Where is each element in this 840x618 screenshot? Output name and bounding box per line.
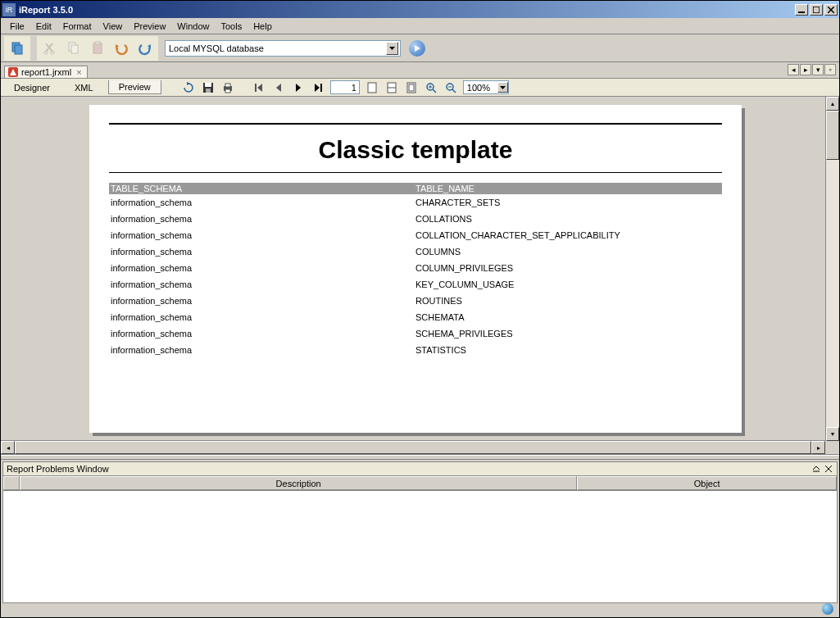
close-button[interactable] [824,4,838,16]
scroll-left-icon[interactable]: ◂ [788,64,799,75]
cell-schema: information_schema [111,247,415,257]
cell-name: KEY_COLUMN_USAGE [415,279,720,289]
first-page-icon[interactable] [252,80,266,95]
print-icon[interactable] [220,80,235,95]
menu-format[interactable]: Format [57,20,98,33]
horizontal-scrollbar[interactable]: ◂ ▸ [1,441,839,455]
chevron-down-icon[interactable] [497,82,508,93]
scroll-right-icon[interactable]: ▸ [800,64,811,75]
copy2-icon[interactable] [62,38,85,59]
fit-width-icon[interactable] [384,80,399,95]
zoom-in-icon[interactable] [424,80,438,95]
redo-icon[interactable] [134,38,157,59]
svg-rect-1 [813,7,820,13]
status-globe-icon[interactable] [822,603,835,616]
scroll-track[interactable] [826,111,839,427]
menu-file[interactable]: File [4,20,30,33]
main-toolbar: Local MYSQL database [1,34,839,62]
tab-designer[interactable]: Designer [4,81,60,94]
table-row: information_schemaCHARACTER_SETS [109,194,722,211]
report-file-icon [8,67,18,77]
tab-filename: report1.jrxml [21,67,71,77]
next-page-icon[interactable] [291,80,306,95]
vertical-scrollbar[interactable]: ▴ ▾ [825,97,839,441]
menu-tools[interactable]: Tools [215,20,247,33]
header-icon-col[interactable] [3,476,20,490]
rule-under-title [109,172,722,173]
splitter[interactable] [1,455,839,460]
cell-schema: information_schema [111,230,415,240]
refresh-icon[interactable] [181,80,196,95]
tab-xml[interactable]: XML [65,81,103,94]
svg-rect-12 [93,43,102,53]
cell-name: STATISTICS [415,345,720,355]
table-row: information_schemaCOLLATION_CHARACTER_SE… [109,227,722,243]
rule-top [109,123,722,125]
menu-view[interactable]: View [98,20,129,33]
scroll-down-icon[interactable]: ▾ [826,427,839,441]
menu-window[interactable]: Window [171,20,215,33]
scroll-right-icon[interactable]: ▸ [811,441,825,454]
datasource-dropdown[interactable]: Local MYSQL database [165,40,401,57]
menu-preview[interactable]: Preview [128,20,171,33]
minimize-panel-icon[interactable] [811,464,821,474]
cell-schema: information_schema [111,345,415,355]
table-row: information_schemaROUTINES [109,293,722,309]
table-row: information_schemaSCHEMA_PRIVILEGES [109,325,722,342]
canvas: Classic template TABLE_SCHEMA TABLE_NAME… [1,97,825,441]
document-tabstrip: report1.jrxml × ◂ ▸ ▾ ▫ [1,62,839,79]
copy-icon[interactable] [6,38,29,59]
hscroll-track[interactable] [15,441,811,454]
document-tab[interactable]: report1.jrxml × [4,66,88,78]
tab-preview[interactable]: Preview [108,80,161,94]
cell-name: COLLATION_CHARACTER_SET_APPLICABILITY [415,230,720,240]
table-row: information_schemaSTATISTICS [109,342,722,358]
undo-icon[interactable] [110,38,133,59]
svg-rect-18 [225,84,230,87]
tab-close-icon[interactable]: × [75,67,83,77]
scrollbar-corner [825,441,839,454]
cut-icon[interactable] [39,38,61,59]
prev-page-icon[interactable] [271,80,286,95]
scroll-up-icon[interactable]: ▴ [826,97,839,111]
cell-name: COLUMN_PRIVILEGES [415,263,720,273]
header-description[interactable]: Description [20,476,577,490]
table-row: information_schemaCOLLATIONS [109,211,722,227]
hscroll-thumb[interactable] [15,441,811,454]
table-row: information_schemaCOLUMN_PRIVILEGES [109,260,722,276]
report-page: Classic template TABLE_SCHEMA TABLE_NAME… [89,105,742,433]
zoom-out-icon[interactable] [443,80,458,95]
menu-help[interactable]: Help [247,20,278,33]
svg-rect-21 [320,84,322,92]
panel-title: Report Problems Window [7,464,811,474]
paste-icon[interactable] [86,38,109,59]
cell-schema: information_schema [111,279,415,289]
col-header-name: TABLE_NAME [415,184,720,193]
chevron-down-icon[interactable] [386,42,398,55]
close-panel-icon[interactable] [824,464,833,474]
minimize-button[interactable] [795,4,808,16]
scroll-thumb[interactable] [826,111,839,160]
maximize-editor-icon[interactable]: ▫ [824,64,836,75]
tab-dropdown-icon[interactable]: ▾ [812,64,824,75]
menu-edit[interactable]: Edit [30,20,57,33]
scroll-left-icon[interactable]: ◂ [1,441,15,454]
page-number-input[interactable] [330,80,360,94]
header-object[interactable]: Object [577,476,837,490]
svg-rect-0 [798,11,805,13]
panel-header: Report Problems Window [3,462,837,476]
svg-rect-20 [255,84,257,92]
fit-page-icon[interactable] [365,80,379,95]
run-query-icon[interactable] [409,40,425,57]
save-icon[interactable] [201,80,216,95]
zoom-dropdown[interactable]: 100% [463,80,509,94]
cell-name: SCHEMATA [415,312,720,322]
actual-size-icon[interactable] [404,80,419,95]
problems-panel: Report Problems Window Description Objec… [2,461,838,603]
cell-name: COLLATIONS [415,214,720,224]
maximize-button[interactable] [810,4,823,16]
app-icon: iR [2,3,16,16]
svg-rect-11 [71,45,78,53]
last-page-icon[interactable] [311,80,325,95]
cell-schema: information_schema [111,198,415,207]
